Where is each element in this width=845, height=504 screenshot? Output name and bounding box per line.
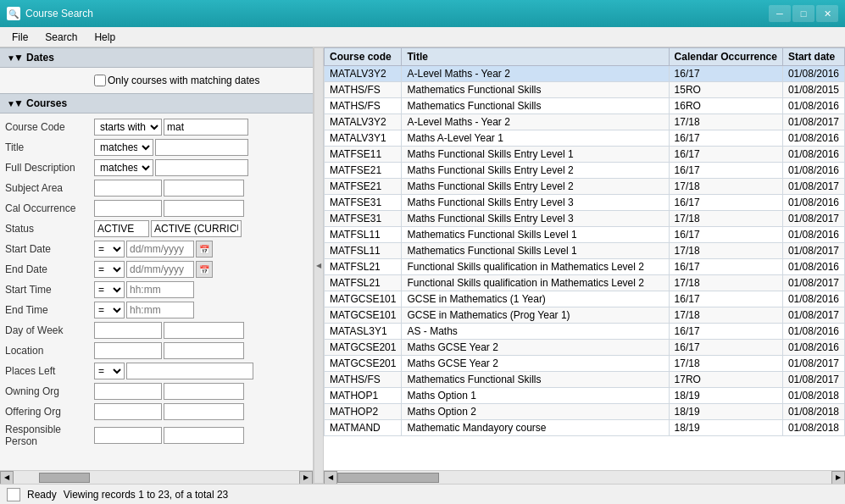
cell-start: 01/08/2016: [782, 147, 844, 163]
subject-area-input1[interactable]: [94, 180, 162, 197]
subject-area-input2[interactable]: [164, 180, 244, 197]
table-row[interactable]: MATFSL21Functional Skills qualification …: [325, 275, 845, 291]
table-row[interactable]: MATASL3Y1AS - Maths16/1701/08/2016: [325, 324, 845, 340]
table-row[interactable]: MATMANDMathematic Mandayory course18/190…: [325, 420, 845, 436]
col-course-code[interactable]: Course code: [325, 48, 402, 66]
start-time-input[interactable]: [126, 281, 194, 298]
close-button[interactable]: ✕: [816, 5, 838, 22]
responsible-person-input2[interactable]: [164, 427, 244, 444]
table-row[interactable]: MATFSL21Functional Skills qualification …: [325, 259, 845, 275]
location-input1[interactable]: [94, 342, 162, 359]
matching-dates-checkbox[interactable]: [94, 75, 106, 86]
menu-help[interactable]: Help: [86, 30, 124, 45]
offering-org-input2[interactable]: [164, 403, 244, 420]
table-row[interactable]: MATFSE21Maths Functional Skills Entry Le…: [325, 179, 845, 195]
owning-org-input2[interactable]: [164, 383, 244, 400]
table-row[interactable]: MATGCSE201Maths GCSE Year 216/1701/08/20…: [325, 340, 845, 356]
table-row[interactable]: MATGCSE201Maths GCSE Year 217/1801/08/20…: [325, 356, 845, 372]
dates-section-header[interactable]: ▼ ▼ Dates: [0, 47, 313, 68]
table-row[interactable]: MATFSE11Maths Functional Skills Entry Le…: [325, 147, 845, 163]
cell-start: 01/08/2016: [782, 259, 844, 275]
table-row[interactable]: MATFSL11Mathematics Functional Skills Le…: [325, 243, 845, 259]
full-desc-operator[interactable]: matches starts with: [94, 159, 153, 176]
end-date-operator[interactable]: =<>: [94, 261, 125, 278]
table-horizontal-scrollbar[interactable]: ◀ ▶: [324, 470, 845, 484]
day-of-week-input2[interactable]: [164, 322, 244, 339]
cell-cal: 16/17: [669, 291, 782, 307]
offering-org-input1[interactable]: [94, 403, 162, 420]
cal-occurrence-input1[interactable]: [94, 200, 162, 217]
table-container[interactable]: Course code Title Calendar Occurrence St…: [324, 47, 845, 470]
scroll-left-btn[interactable]: ◀: [0, 471, 14, 485]
menu-file[interactable]: File: [3, 30, 36, 45]
scroll-track[interactable]: [14, 471, 299, 484]
status-label: Status: [5, 223, 94, 235]
status-input2[interactable]: [151, 220, 242, 237]
col-calendar[interactable]: Calendar Occurrence: [669, 48, 782, 66]
table-row[interactable]: MATALV3Y2A-Level Maths - Year 216/1701/0…: [325, 66, 845, 82]
cell-title: Maths Functional Skills Entry Level 2: [402, 179, 669, 195]
table-row[interactable]: MATFSE31Maths Functional Skills Entry Le…: [325, 195, 845, 211]
table-row[interactable]: MATALV3Y2A-Level Maths - Year 217/1801/0…: [325, 114, 845, 130]
table-row[interactable]: MATHS/FSMathematics Functional Skills15R…: [325, 82, 845, 98]
cell-cal: 17/18: [669, 275, 782, 291]
cal-occurrence-input2[interactable]: [164, 200, 244, 217]
course-code-input[interactable]: [164, 119, 248, 136]
owning-org-input1[interactable]: [94, 383, 162, 400]
start-date-input[interactable]: [126, 241, 194, 258]
full-desc-input[interactable]: [155, 159, 248, 176]
location-input2[interactable]: [164, 342, 244, 359]
left-horizontal-scrollbar[interactable]: ◀ ▶: [0, 470, 313, 484]
table-row[interactable]: MATHOP1Maths Option 118/1901/08/2018: [325, 388, 845, 404]
places-left-operator[interactable]: =<>: [94, 363, 125, 379]
start-date-calendar-btn[interactable]: 📅: [196, 241, 213, 258]
end-date-label: End Date: [5, 263, 94, 275]
panel-splitter[interactable]: ◀: [314, 47, 324, 484]
table-row[interactable]: MATGCSE101GCSE in Mathematics (1 Year)16…: [325, 291, 845, 307]
cell-title: A-Level Maths - Year 2: [402, 114, 669, 130]
start-date-operator[interactable]: =<>: [94, 241, 125, 258]
courses-section-header[interactable]: ▼ ▼ Courses: [0, 93, 313, 114]
menu-search[interactable]: Search: [36, 30, 86, 45]
table-scroll-thumb[interactable]: [337, 473, 439, 483]
scroll-thumb[interactable]: [39, 473, 90, 483]
left-panel: ▼ ▼ Dates Only courses with matching dat…: [0, 47, 314, 484]
day-of-week-row: Day of Week: [0, 320, 313, 341]
table-scroll-left-btn[interactable]: ◀: [324, 471, 337, 485]
end-time-operator[interactable]: =<>: [94, 302, 125, 318]
table-scroll-track[interactable]: [337, 471, 831, 484]
table-row[interactable]: MATFSL11Mathematics Functional Skills Le…: [325, 227, 845, 243]
left-panel-content[interactable]: ▼ ▼ Dates Only courses with matching dat…: [0, 47, 313, 470]
table-row[interactable]: MATFSE31Maths Functional Skills Entry Le…: [325, 211, 845, 227]
end-time-input[interactable]: [126, 302, 194, 318]
scroll-right-btn[interactable]: ▶: [299, 471, 313, 485]
maximize-button[interactable]: □: [792, 5, 814, 22]
title-operator[interactable]: matches starts with: [94, 139, 153, 156]
table-row[interactable]: MATGCSE101GCSE in Mathematics (Prog Year…: [325, 307, 845, 324]
title-input[interactable]: [155, 139, 248, 156]
table-row[interactable]: MATFSE21Maths Functional Skills Entry Le…: [325, 163, 845, 179]
status-ready: Ready: [27, 489, 57, 501]
table-row[interactable]: MATHOP2Maths Option 218/1901/08/2018: [325, 404, 845, 420]
places-left-input[interactable]: [126, 363, 253, 379]
start-time-operator[interactable]: =<>: [94, 281, 125, 298]
minimize-button[interactable]: ─: [769, 5, 791, 22]
col-start-date[interactable]: Start date: [782, 48, 844, 66]
status-input1[interactable]: [94, 220, 149, 237]
col-title[interactable]: Title: [402, 48, 669, 66]
cell-cal: 16RO: [669, 98, 782, 114]
table-row[interactable]: MATHS/FSMathematics Functional Skills17R…: [325, 372, 845, 388]
table-row[interactable]: MATALV3Y1Maths A-Level Year 116/1701/08/…: [325, 130, 845, 147]
course-code-operator[interactable]: starts with matches =: [94, 119, 162, 136]
end-time-row: End Time =<>: [0, 300, 313, 320]
cell-code: MATFSL11: [325, 227, 402, 243]
cell-title: Maths Functional Skills Entry Level 3: [402, 211, 669, 227]
table-scroll-right-btn[interactable]: ▶: [831, 471, 845, 485]
day-of-week-input1[interactable]: [94, 322, 162, 339]
cell-cal: 16/17: [669, 195, 782, 211]
end-date-input[interactable]: [126, 261, 194, 278]
responsible-person-input1[interactable]: [94, 427, 162, 444]
end-date-calendar-btn[interactable]: 📅: [196, 261, 213, 278]
table-row[interactable]: MATHS/FSMathematics Functional Skills16R…: [325, 98, 845, 114]
cell-code: MATGCSE101: [325, 291, 402, 307]
